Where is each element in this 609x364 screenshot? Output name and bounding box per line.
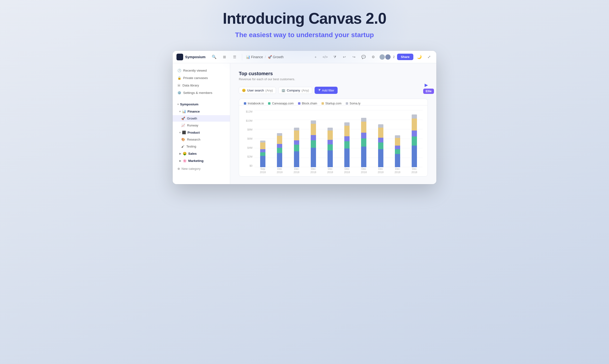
- lock-icon: 🔒: [178, 76, 181, 80]
- toolbar: Symposium 🔍 ⊞ ☰ 📊 Finance / 🚀 Growth + <…: [173, 51, 436, 63]
- avatar-count: 2: [393, 55, 395, 59]
- recently-viewed-label: Recently viewed: [183, 69, 207, 72]
- app-logo: Symposium: [177, 54, 206, 60]
- legend-canvasapp: Canvasapp.com: [268, 102, 293, 105]
- chart-y-labels: $0 $2M $4M $6M $8M $10M $12M: [244, 110, 254, 172]
- y-label-10m: $10M: [244, 119, 254, 122]
- redo-button[interactable]: ↪: [350, 53, 358, 61]
- bar-segment-5-4: [344, 122, 350, 126]
- toolbar-divider: [242, 54, 242, 60]
- bar-segment-5-1: [344, 141, 350, 148]
- sidebar-item-runway[interactable]: 📈 Runway: [173, 122, 230, 129]
- research-item-label: Research: [187, 138, 200, 141]
- product-category-icon: ⬛: [182, 130, 186, 134]
- bar-stack-8: [395, 135, 400, 167]
- sidebar-item-recently-viewed[interactable]: 🕐 Recently viewed: [173, 67, 230, 74]
- settings-button[interactable]: ⚙: [370, 53, 377, 61]
- legend-dot-blockchain: [298, 102, 300, 105]
- bar-segment-5-2: [344, 136, 350, 142]
- x-label-9: Dec2018: [406, 167, 423, 174]
- bars-row: [254, 110, 423, 167]
- bar-segment-2-1: [294, 145, 299, 151]
- hero-title: Introducing Canvas 2.0: [223, 10, 386, 27]
- x-label-0: Sep2018: [254, 167, 271, 174]
- bar-stack-3: [311, 120, 316, 167]
- sidebar-marketing-category[interactable]: ▶ 🌸 Marketing: [173, 157, 230, 164]
- sidebar-item-data-library[interactable]: 🏛 Data library: [173, 82, 230, 89]
- content-title: Top customers: [239, 71, 428, 76]
- bar-stack-0: [260, 141, 265, 167]
- bar-segment-0-4: [260, 141, 265, 143]
- finance-category-icon: 📊: [182, 109, 186, 113]
- gear-icon: ⚙️: [178, 91, 181, 95]
- comment-button[interactable]: 💬: [360, 53, 367, 61]
- sidebar-toggle-button[interactable]: ⊞: [221, 53, 228, 61]
- private-canvases-label: Private canvases: [183, 76, 208, 80]
- x-label-2: Dec2018: [288, 167, 305, 174]
- dark-mode-button[interactable]: 🌙: [416, 53, 423, 61]
- plus-icon: ⊕: [178, 167, 180, 170]
- search-button[interactable]: 🔍: [210, 53, 218, 61]
- new-category-button[interactable]: ⊕ New category: [173, 166, 230, 172]
- bar-group-2: [288, 128, 305, 167]
- marketing-chevron-icon: ▶: [179, 159, 181, 162]
- chart-bars-area: Sep2018Dec2018Dec2018Dec2018Dec2018Dec20…: [254, 110, 423, 172]
- sidebar-item-growth[interactable]: 🚀 Growth: [173, 115, 230, 122]
- bar-segment-8-3: [395, 138, 400, 145]
- sidebar-root-label[interactable]: ▾ Symposium: [173, 101, 230, 107]
- breadcrumb-growth[interactable]: 🚀 Growth: [268, 55, 284, 59]
- bar-segment-7-0: [378, 149, 383, 167]
- library-icon: 🏛: [178, 84, 180, 87]
- bar-segment-1-1: [277, 148, 282, 153]
- user-search-label: User search: [247, 89, 264, 92]
- sales-category-icon: 🤑: [183, 152, 187, 156]
- filter-button[interactable]: ⧩: [331, 53, 338, 61]
- bar-segment-3-3: [311, 124, 316, 135]
- legend-dot-soma: [346, 102, 348, 105]
- bar-segment-3-0: [311, 148, 316, 167]
- bar-segment-0-3: [260, 143, 265, 149]
- sidebar-sales-category[interactable]: ▶ 🤑 Sales: [173, 150, 230, 157]
- sidebar-item-testing[interactable]: 🖌 Testing: [173, 143, 230, 150]
- sidebar-item-private-canvases[interactable]: 🔒 Private canvases: [173, 75, 230, 81]
- expand-button[interactable]: ⤢: [425, 53, 432, 61]
- runway-item-label: Runway: [187, 124, 198, 127]
- sidebar-finance-category[interactable]: ▾ 📊 Finance: [173, 108, 230, 115]
- company-value: (Any): [302, 89, 309, 92]
- legend-label-canvasapp: Canvasapp.com: [272, 102, 293, 105]
- bar-stack-7: [378, 124, 383, 167]
- filter-bar: 😊 User search (Any) 🏢 Company (Any) ⧩ Ad…: [239, 87, 428, 94]
- code-button[interactable]: </>: [321, 53, 329, 61]
- y-label-2m: $2M: [244, 155, 254, 158]
- undo-button[interactable]: ↩: [341, 53, 348, 61]
- bar-segment-3-1: [311, 140, 316, 148]
- company-label: Company: [287, 89, 300, 92]
- bar-stack-9: [412, 115, 417, 167]
- data-library-label: Data library: [182, 84, 199, 87]
- bar-segment-3-2: [311, 135, 316, 140]
- sidebar-item-research[interactable]: 🎨 Research: [173, 136, 230, 143]
- user-search-filter[interactable]: 😊 User search (Any): [239, 87, 276, 94]
- y-label-12m: $12M: [244, 110, 254, 113]
- bar-segment-6-4: [361, 118, 366, 122]
- bar-stack-2: [294, 128, 299, 167]
- bar-segment-8-0: [395, 154, 400, 167]
- toolbar-actions: + </> ⧩ ↩ ↪ 💬 ⚙ 2 Share 🌙 ⤢: [312, 53, 432, 61]
- menu-button[interactable]: ☰: [231, 53, 238, 61]
- company-filter[interactable]: 🏢 Company (Any): [278, 87, 312, 94]
- product-category-label: Product: [188, 131, 200, 134]
- legend-instabook: Instabook.io: [244, 102, 264, 105]
- bar-segment-4-0: [328, 150, 333, 167]
- add-filter-button[interactable]: ⧩ Add filter: [315, 87, 338, 94]
- clock-icon: 🕐: [178, 69, 181, 72]
- logo-icon: [177, 54, 183, 60]
- bar-segment-2-4: [294, 128, 299, 130]
- sidebar-item-settings[interactable]: ⚙️ Settings & members: [173, 89, 230, 96]
- breadcrumb-finance-label: Finance: [251, 55, 263, 59]
- sidebar-product-category[interactable]: ▾ ⬛ Product: [173, 129, 230, 136]
- sidebar: 🕐 Recently viewed 🔒 Private canvases 🏛 D…: [173, 63, 230, 184]
- user-search-value: (Any): [265, 89, 273, 92]
- add-button[interactable]: +: [312, 53, 319, 61]
- share-button[interactable]: Share: [397, 54, 413, 60]
- breadcrumb-finance[interactable]: 📊 Finance: [246, 55, 263, 59]
